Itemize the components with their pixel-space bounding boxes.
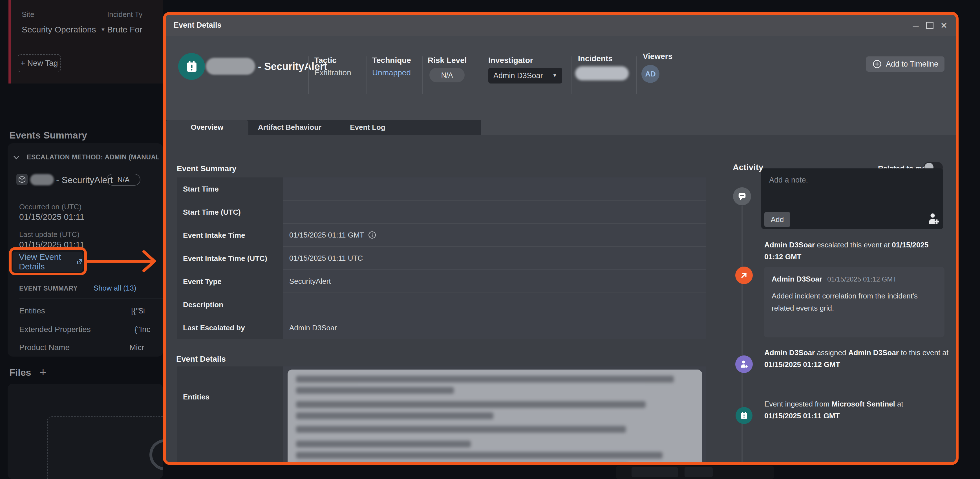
assignee-name: Admin D3Soar xyxy=(848,348,899,357)
bg-row-value: Micr xyxy=(129,343,163,352)
table-row: Event Type SecurityAlert xyxy=(177,270,706,293)
tab-artifact-behaviour[interactable]: Artifact Behaviour xyxy=(248,120,331,135)
table-row: Last Escalated by Admin D3Soar xyxy=(177,316,706,339)
info-icon[interactable] xyxy=(368,231,376,239)
risk-badge: N/A xyxy=(107,174,140,185)
show-all-link[interactable]: Show all (13) xyxy=(94,284,137,292)
add-note-button[interactable]: Add xyxy=(764,212,790,227)
row-value xyxy=(283,201,706,224)
chevron-down-icon: ▼ xyxy=(100,27,105,33)
chevron-down-icon: ▼ xyxy=(552,73,557,78)
divider xyxy=(571,56,571,94)
mention-user-icon[interactable] xyxy=(926,212,940,226)
investigator-value: Admin D3Soar xyxy=(493,71,543,80)
files-title: Files xyxy=(9,367,31,378)
incident-type-label: Incident Ty xyxy=(107,10,163,19)
tactic-label: Tactic xyxy=(314,56,337,65)
table-row: Event Intake Time (UTC) 01/15/2025 01:11… xyxy=(177,247,706,270)
divider xyxy=(308,56,309,94)
note-time: 01/15/2025 01:12 GMT xyxy=(827,275,897,283)
note-card: Admin D3Soar 01/15/2025 01:12 GMT Added … xyxy=(764,267,945,337)
note-bubble-icon xyxy=(733,187,751,205)
redacted-incidents-value xyxy=(575,66,629,80)
event-summary-table: Start Time Start Time (UTC) Event Intake… xyxy=(177,177,706,339)
occurred-value: 01/15/2025 01:11 xyxy=(19,212,84,222)
activity-heading: Activity xyxy=(733,163,763,172)
redacted-event-id xyxy=(30,174,54,185)
redacted-entities-content xyxy=(288,370,702,465)
investigator-dropdown[interactable]: Admin D3Soar ▼ xyxy=(488,68,562,83)
divider xyxy=(422,56,423,94)
row-label: Event Intake Time xyxy=(177,224,283,247)
divider xyxy=(366,56,367,94)
close-button[interactable]: ✕ xyxy=(937,19,951,32)
event-summary-section-label: EVENT SUMMARY xyxy=(19,285,78,292)
incident-header-card: Site Security Operations ▼ Incident Ty B… xyxy=(8,0,163,83)
note-author: Admin D3Soar xyxy=(772,275,822,284)
divider xyxy=(18,46,163,46)
event-details-heading: Event Details xyxy=(176,354,226,364)
add-to-timeline-button[interactable]: Add to Timeline xyxy=(866,56,945,72)
row-value: 01/15/2025 01:11 GMT xyxy=(283,224,706,247)
event-details-modal: Event Details – ✕ - SecurityAlert Tactic… xyxy=(163,12,959,465)
maximize-icon xyxy=(926,22,934,29)
technique-label: Technique xyxy=(372,56,411,65)
annotation-arrow xyxy=(86,248,166,274)
row-label: Last Escalated by xyxy=(177,316,283,339)
note-body: Added incident correlation from the inci… xyxy=(772,290,935,314)
file-dropzone[interactable] xyxy=(47,417,163,479)
activity-item-ingested: Event ingested from Microsoft Sentinel a… xyxy=(764,398,942,422)
row-value: 01/15/2025 01:11 UTC xyxy=(283,247,706,270)
new-tag-button[interactable]: + New Tag xyxy=(18,54,60,72)
activity-item-escalated: Admin D3Soar escalated this event at 01/… xyxy=(764,239,942,263)
screen: Site Security Operations ▼ Incident Ty B… xyxy=(0,0,980,479)
table-row: Event Intake Time 01/15/2025 01:11 GMT xyxy=(177,224,706,247)
event-name: - SecurityAlert xyxy=(56,175,113,185)
escalation-group-header[interactable]: ESCALATION METHOD: ADMIN (MANUAL ESC xyxy=(13,153,163,161)
row-label: Event Type xyxy=(177,270,283,293)
bg-row-value: {"Inc xyxy=(134,325,163,334)
divider xyxy=(483,56,483,94)
incidents-label: Incidents xyxy=(578,54,612,63)
row-label: Event Intake Time (UTC) xyxy=(177,247,283,270)
technique-link[interactable]: Unmapped xyxy=(372,68,411,77)
site-label: Site xyxy=(22,10,34,19)
actor-name: Admin D3Soar xyxy=(764,348,815,357)
viewers-label: Viewers xyxy=(643,52,672,61)
event-summary-heading: Event Summary xyxy=(177,164,237,173)
highlight-ring xyxy=(9,247,87,275)
site-dropdown[interactable]: Security Operations ▼ xyxy=(22,25,105,34)
activity-item-assigned: Admin D3Soar assigned Admin D3Soar to th… xyxy=(764,347,950,370)
files-card xyxy=(8,384,163,479)
row-value: SecurityAlert xyxy=(283,270,706,293)
redacted-event-id xyxy=(206,58,255,75)
table-row: Start Time (UTC) xyxy=(177,201,706,224)
modal-titlebar[interactable]: Event Details – ✕ xyxy=(166,15,956,36)
row-label: Description xyxy=(177,293,283,316)
bg-row-label: Extended Properties xyxy=(19,325,91,334)
row-value xyxy=(283,293,706,316)
minimize-button[interactable]: – xyxy=(909,19,923,32)
assign-user-icon xyxy=(735,355,753,373)
divider xyxy=(636,56,637,94)
tab-overview[interactable]: Overview xyxy=(166,120,248,135)
last-update-label: Last update (UTC) xyxy=(19,230,80,239)
row-value: Admin D3Soar xyxy=(283,316,706,339)
bg-row-label: Product Name xyxy=(19,343,70,352)
source-name: Microsoft Sentinel xyxy=(831,400,895,408)
ingest-calendar-icon xyxy=(735,407,752,424)
add-to-timeline-label: Add to Timeline xyxy=(886,60,938,69)
row-label: Start Time xyxy=(177,177,283,201)
add-file-button[interactable]: + xyxy=(40,366,46,379)
overview-tab-content: Event Summary Start Time Start Time (UTC… xyxy=(166,135,956,462)
background-chip xyxy=(632,467,678,477)
table-row: Description xyxy=(177,293,706,316)
site-value: Security Operations xyxy=(22,25,96,34)
maximize-button[interactable] xyxy=(923,19,937,32)
row-value xyxy=(283,177,706,201)
tab-event-log[interactable]: Event Log xyxy=(331,120,404,135)
table-row: Start Time xyxy=(177,177,706,201)
event-time: 01/15/2025 01:12 GMT xyxy=(764,360,840,369)
viewer-avatar: AD xyxy=(641,65,659,83)
event-calendar-alert-icon xyxy=(178,53,205,80)
